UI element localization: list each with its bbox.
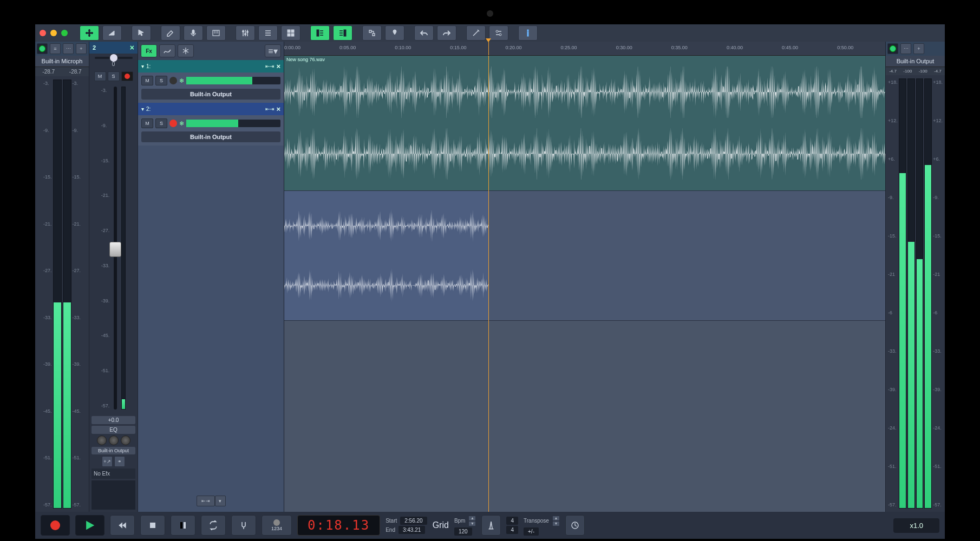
link-icon[interactable]: ⚭ [114, 456, 125, 467]
record-button[interactable] [41, 515, 70, 536]
track-header[interactable]: ▾1:⇤⇥× [138, 60, 284, 72]
playhead[interactable] [488, 42, 489, 55]
input-db-right: -28.7 [69, 69, 82, 75]
input-list-icon[interactable]: ≡ [50, 43, 61, 54]
track-solo[interactable]: S [155, 76, 167, 85]
knob-3[interactable] [121, 436, 130, 445]
grid-label[interactable]: Grid [433, 520, 449, 530]
rewind-button[interactable] [110, 515, 135, 536]
no-efx-slot[interactable]: No Efx [92, 469, 135, 479]
mic-tool[interactable] [184, 25, 203, 41]
channel-fader[interactable] [114, 87, 117, 410]
grid-tool[interactable] [281, 25, 300, 41]
eq-button[interactable]: EQ [92, 426, 135, 434]
channel-rec[interactable] [121, 71, 133, 81]
zoom-display[interactable]: x1.0 [893, 518, 939, 533]
metronome-icon[interactable] [481, 515, 501, 536]
midi-tool[interactable] [206, 25, 226, 41]
knob-1[interactable] [97, 436, 107, 445]
add-send[interactable]: +↗ [102, 456, 113, 467]
track-header[interactable]: ▾2:⇤⇥× [138, 103, 284, 115]
automation-icon[interactable] [159, 44, 175, 57]
output-menu-icon[interactable]: ⋯ [900, 43, 911, 54]
bpm-up[interactable]: ▲ [468, 516, 476, 521]
play-button[interactable] [75, 515, 104, 536]
track-output[interactable]: Built-in Output [141, 131, 280, 142]
wand-tool[interactable] [466, 25, 486, 41]
info-tool[interactable] [518, 25, 538, 41]
track-arm[interactable] [169, 77, 177, 84]
pointer-tool[interactable] [132, 25, 151, 41]
track-mute[interactable]: M [141, 118, 153, 128]
track-mute[interactable]: M [141, 76, 153, 85]
audio-clip-2[interactable] [284, 191, 488, 320]
out-meter-4 [924, 78, 932, 509]
track-lane-1[interactable]: New song 76.wav [284, 56, 885, 191]
start-value[interactable]: 2:56.20 [400, 517, 427, 525]
pause-button[interactable] [171, 515, 195, 536]
redo-button[interactable] [437, 25, 456, 41]
output-arm[interactable] [887, 43, 898, 54]
undo-button[interactable] [414, 25, 434, 41]
output-add[interactable]: + [913, 43, 924, 54]
draw-tool[interactable] [161, 25, 180, 41]
stop-button[interactable] [140, 515, 165, 536]
clock-icon[interactable] [565, 515, 585, 536]
fx-tool[interactable] [489, 25, 508, 41]
minimize-window[interactable] [50, 30, 57, 36]
snap-left-tool[interactable] [310, 25, 330, 41]
channel-close[interactable]: × [130, 43, 134, 52]
track-menu-icon[interactable]: ≡▾ [265, 44, 281, 57]
freeze-icon[interactable] [178, 44, 194, 57]
fade-tool[interactable] [102, 25, 122, 41]
bpm-value[interactable]: 120 [454, 527, 472, 536]
input-add[interactable]: + [76, 43, 87, 54]
input-menu-icon[interactable]: ⋯ [63, 43, 74, 54]
fx-button[interactable]: Fx [141, 44, 157, 57]
bpm-down[interactable]: ▼ [468, 521, 476, 526]
input-arm[interactable] [37, 43, 48, 54]
track-volume[interactable] [186, 77, 280, 84]
transpose-down[interactable]: ▼ [552, 521, 560, 526]
transpose-value[interactable]: +/- [524, 527, 539, 536]
track-lane-2[interactable] [284, 191, 885, 321]
track-arm[interactable] [169, 120, 177, 127]
track-output[interactable]: Built-in Output [141, 89, 280, 100]
output-mixer-strip: ⋯ + Built-in Output -4.7-100-100-4.7 +18… [885, 42, 945, 512]
list-tool[interactable] [258, 25, 278, 41]
input-meters: -3.-9.-15.-21.-27.-33.-39.-45.-51.-57. -… [35, 76, 89, 512]
collapse-icon[interactable]: ⇤⇥ [197, 496, 215, 506]
track-volume[interactable] [186, 120, 280, 127]
maximize-window[interactable] [61, 30, 68, 36]
timesig-num[interactable]: 4 [506, 517, 518, 525]
input-title: Built-in Microph [35, 56, 89, 67]
count-in-button[interactable]: 1234 [262, 515, 292, 536]
transpose-up[interactable]: ▲ [552, 516, 560, 521]
transport-bar: 1234 0:18.13 Start2:56.20 End3:43.21 Gri… [35, 512, 945, 539]
time-ruler[interactable]: 0:00.000:05.000:10.000:15.000:20.000:25.… [284, 42, 885, 56]
close-window[interactable] [40, 30, 46, 36]
waveform-2b-icon [284, 261, 488, 310]
timesig-den[interactable]: 4 [506, 526, 518, 534]
tuning-fork-icon[interactable] [231, 515, 256, 536]
route-tool[interactable] [362, 25, 382, 41]
track-close[interactable]: × [276, 105, 280, 113]
snap-right-tool[interactable] [333, 25, 352, 41]
track-solo[interactable]: S [155, 118, 167, 128]
svg-point-2 [243, 31, 244, 32]
channel-mute[interactable]: M [94, 71, 106, 81]
collapse-menu[interactable]: ▾ [215, 496, 226, 506]
channel-output[interactable]: Built-in Output [92, 447, 135, 454]
loop-button[interactable] [201, 515, 226, 536]
mixer-tool[interactable] [236, 25, 255, 41]
audio-clip-1[interactable]: New song 76.wav [284, 56, 885, 190]
pan-slider[interactable] [95, 57, 133, 59]
channel-solo[interactable]: S [108, 71, 120, 81]
move-tool[interactable] [80, 25, 99, 41]
end-value[interactable]: 3:43.21 [398, 526, 425, 534]
track-close[interactable]: × [276, 62, 280, 70]
time-display[interactable]: 0:18.13 [297, 515, 380, 536]
knob-2[interactable] [109, 436, 119, 445]
marker-tool[interactable] [385, 25, 404, 41]
fx-slot-empty[interactable] [92, 480, 135, 510]
